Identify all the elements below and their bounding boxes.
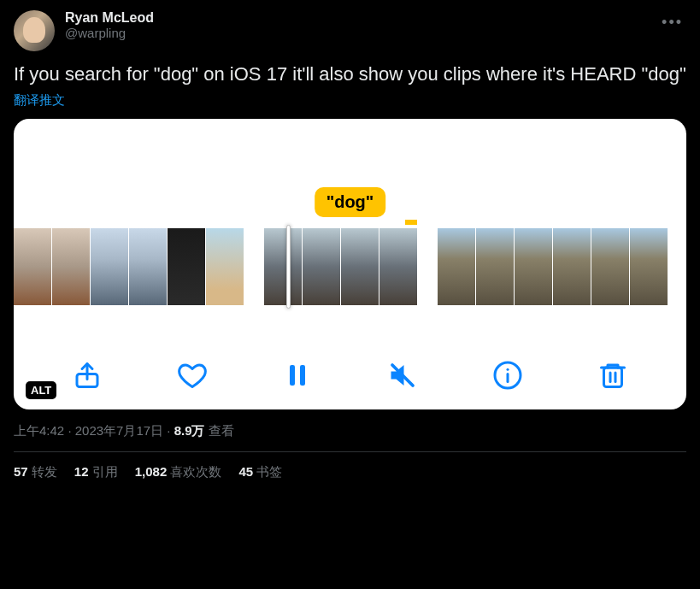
clip-group-1[interactable] (14, 228, 244, 314)
handle: @warpling (65, 26, 648, 40)
bookmarks-label: 书签 (256, 464, 282, 479)
tweet-time[interactable]: 上午4:42 (14, 423, 64, 438)
thumbnail (630, 228, 668, 305)
thumbnail (264, 228, 302, 305)
thumbnail (168, 228, 205, 305)
share-icon[interactable] (72, 360, 103, 391)
tweet-date[interactable]: 2023年7月17日 (75, 423, 163, 438)
tweet-header: Ryan McLeod @warpling ••• (14, 10, 686, 51)
clip-group-2[interactable] (264, 228, 417, 314)
playhead[interactable] (286, 225, 291, 309)
quotes-stat[interactable]: 12 引用 (74, 464, 118, 480)
media-attachment[interactable]: "dog" (14, 119, 686, 409)
heart-icon[interactable] (177, 360, 208, 391)
author-block[interactable]: Ryan McLeod @warpling (65, 10, 648, 40)
avatar[interactable] (14, 10, 55, 51)
thumbnail (206, 228, 244, 305)
thumbnail (476, 228, 514, 305)
views-count: 8.9万 (174, 423, 205, 438)
clip-group-3[interactable] (438, 228, 668, 314)
thumbnail (379, 228, 417, 305)
likes-count: 1,082 (135, 464, 168, 479)
views-label-text: 查看 (209, 423, 234, 438)
retweets-stat[interactable]: 57 转发 (14, 464, 57, 480)
thumbnail (14, 228, 51, 305)
pause-icon[interactable] (282, 360, 313, 391)
thumbnail (515, 228, 552, 305)
mute-icon[interactable] (387, 360, 418, 391)
thumbnail (91, 228, 128, 305)
tweet-stats: 57 转发 12 引用 1,082 喜欢次数 45 书签 (14, 452, 686, 492)
video-filmstrip (14, 228, 686, 314)
thumbnail (438, 228, 475, 305)
bookmarks-count: 45 (238, 464, 253, 479)
info-icon[interactable] (492, 360, 523, 391)
separator: · (68, 423, 74, 438)
translate-link[interactable]: 翻译推文 (14, 92, 65, 109)
tweet-text: If you search for "dog" on iOS 17 it'll … (14, 62, 686, 87)
svg-point-5 (507, 368, 509, 370)
thumbnail (129, 228, 167, 305)
search-term-tick (405, 220, 417, 225)
thumbnail (553, 228, 591, 305)
search-term-badge: "dog" (315, 187, 386, 217)
svg-rect-7 (604, 368, 622, 387)
thumbnail (341, 228, 379, 305)
thumbnail (52, 228, 90, 305)
likes-stat[interactable]: 1,082 喜欢次数 (135, 464, 222, 480)
more-options-icon[interactable]: ••• (658, 10, 686, 35)
quotes-count: 12 (74, 464, 89, 479)
quotes-label: 引用 (92, 464, 118, 479)
media-toolbar (14, 360, 686, 391)
retweets-count: 57 (14, 464, 28, 479)
display-name: Ryan McLeod (65, 10, 648, 26)
alt-badge[interactable]: ALT (26, 381, 56, 399)
retweets-label: 转发 (32, 464, 57, 479)
bookmarks-stat[interactable]: 45 书签 (238, 464, 282, 480)
trash-icon[interactable] (597, 360, 628, 391)
thumbnail (303, 228, 340, 305)
tweet-container: Ryan McLeod @warpling ••• If you search … (0, 0, 700, 503)
svg-rect-1 (290, 365, 295, 386)
likes-label: 喜欢次数 (170, 464, 221, 479)
svg-rect-2 (300, 365, 305, 386)
separator: · (167, 423, 174, 438)
tweet-meta: 上午4:42 · 2023年7月17日 · 8.9万 查看 (14, 423, 686, 452)
thumbnail (591, 228, 629, 305)
